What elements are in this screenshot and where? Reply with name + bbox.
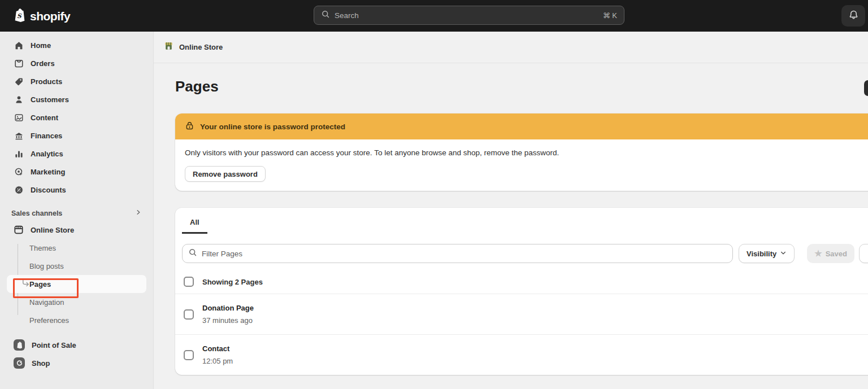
- sidebar-item-home[interactable]: Home: [7, 36, 146, 54]
- content-icon: [14, 112, 24, 123]
- sidebar-item-marketing[interactable]: Marketing: [7, 163, 146, 181]
- sidebar-item-orders[interactable]: Orders: [7, 54, 146, 72]
- tabs-bar: All: [175, 208, 868, 234]
- orders-icon: [14, 58, 24, 68]
- sidebar-item-analytics[interactable]: Analytics: [7, 145, 146, 163]
- sidebar-item-blog-posts[interactable]: Blog posts: [7, 257, 146, 275]
- sidebar-item-label: Orders: [31, 59, 55, 68]
- sub-item-label: Navigation: [29, 298, 64, 307]
- page-row-updated: 37 minutes ago: [202, 314, 254, 326]
- shopify-logo[interactable]: S shopify: [12, 7, 70, 25]
- banner-header: Your online store is password protected: [175, 113, 868, 139]
- bell-icon: [848, 10, 859, 23]
- main-content: Online Store Pages Your online store is …: [154, 32, 868, 389]
- sidebar-item-finances[interactable]: Finances: [7, 126, 146, 145]
- sub-item-label: Themes: [29, 244, 56, 252]
- visibility-filter-button[interactable]: Visibility: [739, 244, 795, 263]
- sidebar-item-label: Online Store: [31, 226, 74, 234]
- sidebar-item-label: Home: [31, 41, 51, 50]
- discounts-icon: [14, 185, 24, 195]
- search-placeholder: Search: [335, 11, 598, 20]
- online-store-channel-icon: [164, 41, 173, 53]
- page-row-title: Contact: [202, 343, 233, 355]
- row-checkbox[interactable]: [184, 309, 194, 320]
- visibility-label: Visibility: [747, 250, 776, 258]
- saved-label: Saved: [826, 250, 847, 258]
- sidebar-item-label: Content: [31, 113, 58, 122]
- sidebar-item-customers[interactable]: Customers: [7, 90, 146, 108]
- row-checkbox[interactable]: [184, 350, 194, 360]
- search-shortcut: ⌘ K: [603, 11, 617, 20]
- topbar: S shopify Search ⌘ K: [0, 0, 868, 32]
- shopify-wordmark: shopify: [30, 10, 70, 23]
- filter-pages-input[interactable]: [202, 250, 727, 258]
- breadcrumb: Online Store: [154, 32, 868, 63]
- home-icon: [14, 40, 24, 50]
- sidebar-nav: Home Orders Products Customers: [0, 32, 154, 389]
- sidebar-item-shop[interactable]: Shop: [7, 354, 146, 372]
- lock-icon: [185, 121, 194, 133]
- filter-pages-field[interactable]: [182, 244, 733, 263]
- tab-all[interactable]: All: [182, 218, 207, 234]
- sidebar-item-label: Finances: [31, 132, 62, 140]
- global-search-input[interactable]: Search ⌘ K: [314, 6, 624, 25]
- page-title: Pages: [175, 77, 868, 96]
- products-icon: [14, 76, 24, 86]
- table-row-donation-page[interactable]: Donation Page 37 minutes ago: [175, 294, 868, 334]
- shop-icon: [14, 357, 25, 369]
- sidebar-item-navigation[interactable]: Navigation: [7, 293, 146, 311]
- sidebar-item-preferences[interactable]: Preferences: [7, 311, 146, 329]
- sidebar-item-label: Customers: [31, 95, 69, 104]
- table-header-row: Showing 2 Pages: [175, 270, 868, 294]
- sidebar-item-label: Marketing: [31, 168, 65, 176]
- page-row-updated: 12:05 pm: [202, 355, 233, 367]
- shopify-bag-icon: S: [12, 7, 27, 25]
- sidebar-item-discounts[interactable]: Discounts: [7, 181, 146, 199]
- finances-icon: [14, 130, 24, 141]
- sort-button[interactable]: [859, 244, 868, 263]
- sidebar-item-label: Analytics: [31, 150, 63, 158]
- sub-item-label: Preferences: [29, 316, 69, 325]
- banner-title: Your online store is password protected: [200, 123, 345, 131]
- chevron-down-icon: [780, 250, 787, 258]
- online-store-icon: [14, 225, 24, 235]
- saved-view-button[interactable]: ★ Saved: [807, 244, 854, 263]
- remove-password-button[interactable]: Remove password: [185, 166, 266, 182]
- marketing-icon: [14, 167, 24, 177]
- banner-body: Only visitors with your password can acc…: [175, 139, 868, 191]
- nested-arrow-icon: [21, 279, 31, 290]
- table-row-contact[interactable]: Contact 12:05 pm: [175, 334, 868, 375]
- sidebar-item-content[interactable]: Content: [7, 108, 146, 126]
- search-icon: [188, 248, 197, 259]
- notifications-button[interactable]: [841, 5, 865, 27]
- add-page-button[interactable]: [864, 80, 868, 96]
- sales-channels-header[interactable]: Sales channels: [7, 209, 146, 217]
- search-icon: [321, 10, 330, 21]
- table-header-label: Showing 2 Pages: [202, 278, 263, 286]
- sidebar-item-label: Products: [31, 77, 62, 86]
- customers-icon: [14, 94, 24, 104]
- pages-list-card: All Visibility ★ Saved: [175, 208, 868, 375]
- breadcrumb-label[interactable]: Online Store: [179, 43, 223, 51]
- sidebar-item-products[interactable]: Products: [7, 72, 146, 90]
- select-all-checkbox[interactable]: [184, 277, 194, 287]
- sub-item-label: Pages: [29, 280, 51, 289]
- sub-item-label: Blog posts: [29, 262, 64, 270]
- app-item-label: Shop: [32, 359, 50, 368]
- password-protected-banner: Your online store is password protected …: [175, 113, 868, 191]
- filter-toolbar: Visibility ★ Saved: [175, 234, 868, 270]
- banner-description: Only visitors with your password can acc…: [185, 147, 868, 158]
- analytics-icon: [14, 148, 24, 159]
- svg-text:S: S: [17, 12, 22, 20]
- point-of-sale-icon: [14, 339, 25, 351]
- sidebar-item-pages[interactable]: Pages: [7, 275, 146, 293]
- sidebar-item-online-store[interactable]: Online Store: [7, 221, 146, 239]
- star-icon: ★: [814, 248, 822, 259]
- app-item-label: Point of Sale: [32, 341, 76, 349]
- sidebar-item-point-of-sale[interactable]: Point of Sale: [7, 336, 146, 354]
- page-row-title: Donation Page: [202, 302, 254, 314]
- sales-channels-label: Sales channels: [11, 209, 62, 217]
- chevron-right-icon: [135, 209, 142, 217]
- sidebar-item-label: Discounts: [31, 186, 66, 194]
- sidebar-item-themes[interactable]: Themes: [7, 239, 146, 257]
